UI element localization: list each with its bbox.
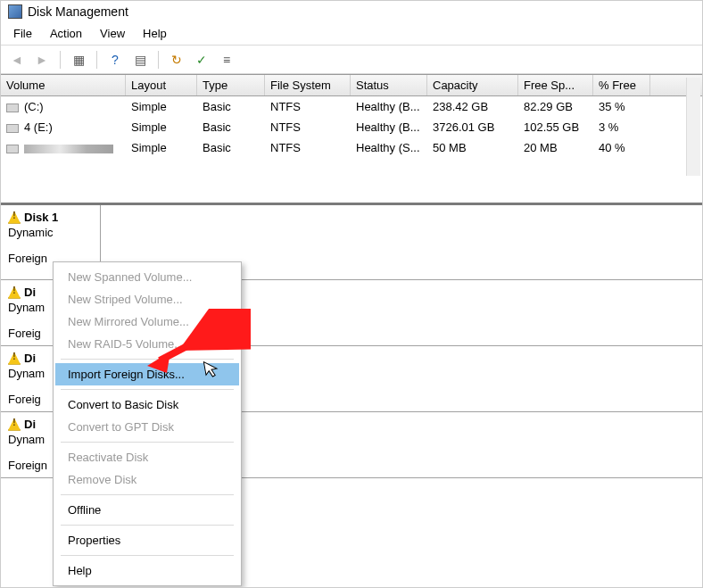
scrollbar[interactable] (686, 78, 700, 176)
cm-separator (61, 389, 234, 390)
forward-icon: ► (31, 50, 53, 70)
menu-file[interactable]: File (6, 24, 39, 43)
toolbar: ◄ ► ▦ ? ▤ ↻ ✓ ≡ (1, 46, 702, 74)
col-capacity[interactable]: Capacity (427, 75, 518, 95)
menu-bar: File Action View Help (1, 22, 702, 46)
refresh-icon[interactable]: ↻ (166, 50, 187, 70)
cm-help[interactable]: Help (55, 559, 239, 582)
col-status[interactable]: Status (351, 75, 427, 95)
cm-new-striped: New Striped Volume... (55, 288, 239, 311)
cm-separator (61, 555, 234, 556)
settings-check-icon[interactable]: ✓ (191, 50, 212, 70)
col-volume[interactable]: Volume (1, 75, 126, 95)
table-row[interactable]: (C:)SimpleBasicNTFSHealthy (B...238.42 G… (1, 96, 702, 117)
col-type[interactable]: Type (197, 75, 265, 95)
svg-marker-1 (147, 352, 170, 373)
toolbar-divider (60, 51, 61, 69)
cm-convert-gpt: Convert to GPT Disk (55, 416, 239, 438)
back-icon: ◄ (6, 50, 28, 70)
help-icon[interactable]: ? (104, 50, 126, 70)
volume-list-body: (C:)SimpleBasicNTFSHealthy (B...238.42 G… (1, 96, 702, 158)
cm-separator (61, 525, 234, 526)
col-filesystem[interactable]: File System (265, 75, 351, 95)
col-freespace[interactable]: Free Sp... (518, 75, 593, 95)
col-pctfree[interactable]: % Free (593, 75, 650, 95)
table-row[interactable]: 4 (E:)SimpleBasicNTFSHealthy (B...3726.0… (1, 117, 702, 137)
table-row[interactable]: SimpleBasicNTFSHealthy (S...50 MB20 MB40… (1, 137, 702, 158)
menu-action[interactable]: Action (43, 24, 89, 43)
cm-reactivate: Reactivate Disk (55, 446, 239, 468)
cursor-icon (203, 359, 222, 381)
cm-remove: Remove Disk (55, 468, 239, 491)
cm-convert-basic[interactable]: Convert to Basic Disk (55, 393, 239, 416)
menu-view[interactable]: View (93, 24, 132, 43)
volume-list: Volume Layout Type File System Status Ca… (1, 74, 702, 158)
properties-icon[interactable]: ▤ (129, 50, 151, 70)
title-bar: Disk Management (1, 1, 702, 22)
warning-icon (8, 418, 21, 431)
svg-line-0 (160, 318, 242, 360)
cm-properties[interactable]: Properties (55, 529, 239, 551)
window-title: Disk Management (28, 4, 128, 19)
annotation-arrow (144, 309, 251, 380)
cm-new-spanned: New Spanned Volume... (55, 266, 239, 288)
cm-separator (61, 494, 234, 495)
menu-help[interactable]: Help (136, 24, 174, 43)
app-icon (8, 4, 22, 19)
show-hide-icon[interactable]: ▦ (68, 50, 89, 70)
cm-separator (61, 442, 234, 443)
toolbar-divider (96, 51, 97, 69)
volume-list-header: Volume Layout Type File System Status Ca… (1, 75, 702, 96)
toolbar-divider (158, 51, 159, 69)
col-layout[interactable]: Layout (126, 75, 197, 95)
warning-icon (8, 352, 21, 365)
warning-icon (8, 286, 21, 299)
cm-offline[interactable]: Offline (55, 499, 239, 521)
warning-icon (8, 211, 21, 224)
list-icon[interactable]: ≡ (216, 50, 237, 70)
